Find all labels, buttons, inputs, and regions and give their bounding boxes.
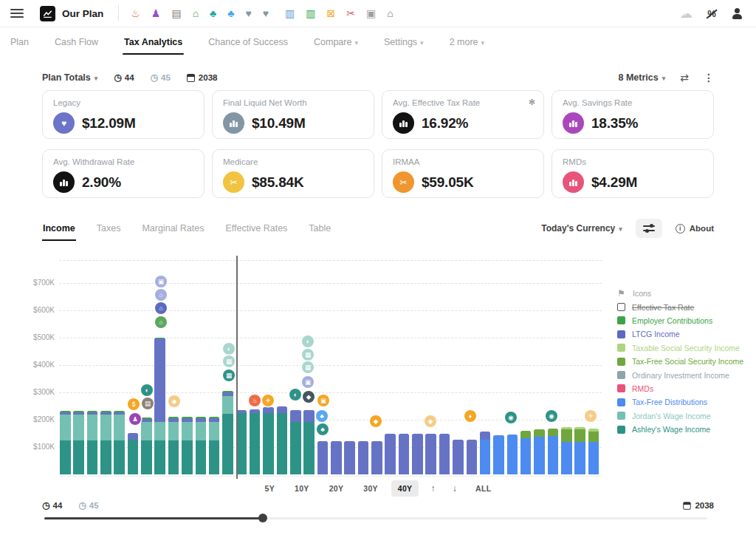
bar-segment-ltcg — [344, 441, 355, 474]
building-icon[interactable]: ▦ — [302, 361, 314, 373]
income-bar[interactable] — [196, 417, 207, 474]
home-icon[interactable]: ⌂ — [155, 289, 167, 301]
bar-segment-jordan — [87, 415, 98, 440]
vault-icon[interactable]: ▣ — [302, 376, 314, 388]
contrast-icon[interactable]: ◐ — [223, 343, 235, 355]
home-icon[interactable]: ⌂ — [155, 302, 167, 314]
palette-icon[interactable]: ◉ — [505, 412, 517, 423]
travel-icon[interactable]: ✈ — [585, 410, 597, 422]
income-bar[interactable] — [87, 411, 98, 474]
age-primary-chip[interactable]: ◷44 — [42, 500, 62, 511]
range-all-button[interactable]: ALL — [469, 480, 498, 497]
palm-tree-icon[interactable]: ♣ — [316, 410, 328, 422]
income-bar[interactable] — [128, 433, 139, 474]
building-icon[interactable]: ▦ — [223, 369, 235, 381]
bar-segment-ashley — [196, 440, 207, 474]
income-bar[interactable] — [588, 429, 599, 474]
legend-item-ashley-s-wage-income[interactable]: Ashley's Wage Income — [617, 423, 743, 436]
income-bar[interactable] — [480, 432, 491, 474]
building-icon[interactable]: ▦ — [302, 349, 314, 361]
income-bar[interactable] — [222, 391, 233, 474]
income-bar[interactable] — [399, 434, 410, 475]
legend-item-ordinary-investment-income[interactable]: Ordinary Investment Income — [617, 368, 743, 381]
income-bar[interactable] — [331, 441, 342, 474]
income-bar[interactable] — [425, 434, 436, 475]
vault-icon[interactable]: ▣ — [155, 276, 167, 287]
shift-down-button[interactable]: ↓ — [447, 480, 462, 497]
graduation-icon[interactable]: ◆ — [168, 395, 180, 407]
income-bar[interactable] — [60, 411, 71, 474]
range-40y-button[interactable]: 40Y — [391, 480, 419, 497]
income-bar[interactable] — [561, 427, 572, 474]
legend-item-taxable-social-security-income[interactable]: Taxable Social Security Income — [617, 341, 743, 355]
legend-item-effective-tax-rate[interactable]: Effective Tax Rate — [617, 300, 743, 313]
palette-icon[interactable]: ◉ — [546, 410, 557, 422]
range-10y-button[interactable]: 10Y — [288, 480, 316, 497]
income-bar[interactable] — [507, 435, 518, 474]
income-bar[interactable] — [385, 434, 396, 475]
legend-item-tax-free-distributions[interactable]: Tax-Free Distributions — [617, 395, 743, 409]
range-20y-button[interactable]: 20Y — [323, 480, 351, 497]
income-bar[interactable] — [182, 417, 193, 474]
coins-icon[interactable]: $ — [128, 398, 140, 410]
income-bar[interactable] — [263, 407, 274, 474]
income-bar[interactable] — [154, 338, 165, 474]
age-secondary-chip[interactable]: ◷45 — [78, 500, 98, 511]
income-bar[interactable] — [317, 441, 329, 474]
income-bar[interactable] — [412, 434, 423, 475]
range-5y-button[interactable]: 5Y — [258, 480, 281, 497]
graduation-icon[interactable]: ◆ — [370, 415, 382, 427]
contrast-icon[interactable]: ◐ — [141, 384, 153, 396]
income-bar[interactable] — [236, 410, 247, 474]
contrast-icon[interactable]: ◐ — [302, 335, 314, 347]
shift-up-button[interactable]: ↑ — [425, 480, 440, 497]
graduation-icon[interactable]: ◆ — [425, 415, 436, 427]
travel-icon[interactable]: ✈ — [262, 395, 274, 406]
range-30y-button[interactable]: 30Y — [357, 480, 385, 497]
slider-knob[interactable] — [258, 514, 267, 522]
income-bar[interactable] — [439, 434, 450, 475]
income-bar[interactable] — [168, 417, 179, 474]
graduation-icon[interactable]: ◆ — [303, 391, 315, 403]
income-bar[interactable] — [467, 440, 478, 474]
income-bar[interactable] — [114, 411, 125, 474]
timeline-slider[interactable] — [44, 514, 707, 522]
income-bar[interactable] — [290, 410, 301, 474]
income-bar[interactable] — [371, 441, 382, 474]
legend-item-icons[interactable]: ⚑Icons — [617, 287, 743, 300]
legend-item-tax-free-social-security-income[interactable]: Tax-Free Social Security Income — [617, 355, 743, 368]
income-bar[interactable] — [534, 429, 545, 474]
income-bar[interactable] — [209, 417, 220, 474]
income-bar[interactable] — [358, 441, 369, 474]
bar-segment-ashley — [73, 440, 84, 474]
bar-segment-ashley — [60, 440, 71, 474]
contrast-icon[interactable]: ◐ — [289, 389, 301, 401]
income-bar[interactable] — [141, 418, 152, 474]
income-bar[interactable] — [493, 435, 504, 474]
income-bar[interactable] — [548, 429, 559, 474]
y-axis-label: $200K — [22, 415, 55, 423]
legend-item-jordan-s-wage-income[interactable]: Jordan's Wage Income — [617, 409, 743, 423]
legend-label: Effective Tax Rate — [632, 303, 694, 312]
income-bar[interactable] — [574, 427, 585, 474]
building-icon[interactable]: ▦ — [223, 355, 235, 367]
income-bar[interactable] — [344, 441, 355, 474]
legend-swatch — [617, 358, 625, 366]
child-milestone-icon[interactable]: ♟ — [129, 413, 141, 425]
vault-icon[interactable]: ▣ — [317, 395, 329, 406]
income-bar[interactable] — [277, 406, 288, 474]
legend-item-ltcg-income[interactable]: LTCG Income — [617, 327, 743, 341]
income-bar[interactable] — [303, 410, 315, 474]
fire-milestone-icon[interactable]: ♨ — [249, 395, 261, 406]
basket-icon[interactable]: ▤ — [142, 398, 154, 409]
palm-tree-icon[interactable]: ♣ — [317, 423, 329, 435]
income-bar[interactable] — [73, 411, 84, 474]
income-bar[interactable] — [453, 440, 464, 474]
legend-item-employer-contributions[interactable]: Employer Contributions — [617, 314, 743, 327]
legend-item-rmds[interactable]: RMDs — [617, 382, 743, 395]
income-bar[interactable] — [520, 431, 532, 474]
income-bar[interactable] — [100, 411, 111, 474]
home-search-icon[interactable]: ⌂ — [155, 316, 167, 328]
diamond-icon[interactable]: ♦ — [464, 410, 476, 422]
income-bar[interactable] — [250, 409, 261, 474]
